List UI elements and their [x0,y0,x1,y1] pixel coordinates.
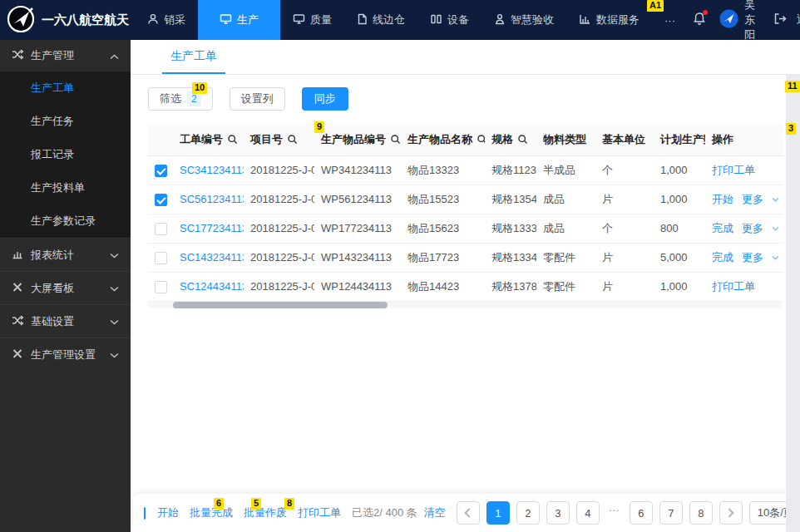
column-header: 操作 [705,124,783,155]
document-icon [357,13,368,27]
sidebar-item-production-feeding-order[interactable]: 生产投料单 [0,171,131,204]
set-columns-button[interactable]: 设置列 [230,87,285,111]
cell-spec: 规格1378 [485,272,536,301]
work-order-table-wrap: 工单编号项目号生产物品编号生产物品名称规格物料类型基本单位计划生产数量操作 SC… [148,124,783,308]
cell-planned-qty: 800 [654,214,705,243]
cell-item-no: WP341234113 [314,155,401,185]
toolbar: 筛选 2 设置列 同步 [148,87,782,111]
cell-project-no: 20181225-J-04 [244,243,314,272]
notification-bell-icon[interactable] [693,12,706,28]
order-number-link[interactable]: SC143234113 [180,251,244,264]
batch-print-link[interactable]: 打印工单 [298,505,341,520]
nav-item-smart-acceptance[interactable]: 智慧验收 [481,0,566,40]
nav-item-quality[interactable]: 质量 [280,0,344,40]
nav-item-label: 数据服务 [596,12,640,27]
table-row: SC17723411320181225-J-03WP177234113物品156… [148,214,783,243]
chevron-down-icon [110,348,119,361]
order-number-link[interactable]: SC561234113 [180,193,244,205]
search-icon[interactable] [477,134,485,145]
search-icon[interactable] [287,134,298,145]
set-columns-label: 设置列 [241,91,274,106]
user-menu[interactable]: 吴东阳 [719,0,755,42]
vertical-scrollbar[interactable] [786,75,800,532]
row-checkbox[interactable] [155,165,167,177]
sidebar-item-work-report-records[interactable]: 报工记录 [0,138,131,171]
sidebar-item-production-parameter-records[interactable]: 生产参数记录 [0,204,131,238]
horizontal-scrollbar-track[interactable] [148,302,783,308]
page-button-7[interactable]: 7 [659,501,683,525]
nav-item-line-warehouse[interactable]: 线边仓 [344,0,417,40]
page-button-6[interactable]: 6 [630,501,653,525]
batch-void-link[interactable]: 批量作废 [244,505,287,520]
row-action-link[interactable]: 更多 [742,250,763,265]
nav-item-label: 智慧验收 [511,12,554,27]
search-icon[interactable] [517,134,528,145]
annotation-badge-5: 5 [251,498,261,510]
row-action-link[interactable]: 打印工单 [712,279,755,294]
row-action-link[interactable]: 完成 [712,250,733,265]
next-page-button[interactable] [719,501,743,525]
batch-start-link[interactable]: 开始 [157,505,179,520]
select-all-checkbox[interactable] [144,507,146,520]
sidebar-item-production-work-order[interactable]: 生产工单 [0,71,131,105]
nav-item-label: 线边仓 [373,12,405,27]
row-action-link[interactable]: 更多 [742,192,763,207]
nav-item-label: 销采 [164,12,185,27]
row-action-link[interactable]: 打印工单 [712,163,755,178]
page-button-4[interactable]: 4 [576,501,600,525]
nav-item-purchase[interactable]: 销采 [135,0,198,40]
search-icon[interactable] [227,134,238,145]
chevron-down-icon [772,255,779,260]
page-button-8[interactable]: 8 [689,501,713,525]
cell-spec: 规格133344 [485,214,536,243]
sidebar-item-label: 报表统计 [31,248,74,263]
sync-button[interactable]: 同步 [302,87,348,111]
nav-item-equipment[interactable]: 设备 [417,0,481,40]
logout-button[interactable]: 退出 [773,0,800,40]
prev-page-button[interactable] [457,501,480,525]
search-icon[interactable] [390,134,401,145]
cell-item-name: 物品17723 [401,243,485,272]
horizontal-scrollbar-thumb[interactable] [173,302,388,308]
page-button-1[interactable]: 1 [486,501,510,525]
page-button-3[interactable]: 3 [546,501,570,525]
nav-item-data-service[interactable]: 数据服务 [566,0,652,40]
sidebar-item-production-management[interactable]: 生产管理 [0,40,131,71]
cell-material-type: 零配件 [536,243,595,272]
cell-item-name: 物品15523 [401,185,485,214]
tab-production-work-order[interactable]: 生产工单 [162,40,225,74]
page-button-2[interactable]: 2 [516,501,540,525]
cell-planned-qty: 1,000 [654,272,705,301]
sidebar-item-production-task[interactable]: 生产任务 [0,105,131,138]
sidebar-item-report-statistics[interactable]: 报表统计 [0,238,131,271]
order-number-link[interactable]: SC177234113 [180,222,244,234]
main-content: 生产工单 筛选 2 设置列 同步 工单编号项目号生产物品编号生产物品名称规格物料… [131,40,800,532]
logout-icon [773,12,787,27]
order-number-link[interactable]: SC124434113 [180,280,244,293]
nav-item-label: 质量 [310,12,332,27]
notification-dot [703,10,708,15]
sidebar-item-dashboard-board[interactable]: 大屏看板 [0,271,131,304]
cell-planned-qty: 5,000 [654,243,705,272]
row-action-link[interactable]: 更多 [742,221,763,236]
cell-unit: 个 [595,214,654,243]
cell-spec: 规格112334 [485,155,536,185]
sidebar-item-basic-settings[interactable]: 基础设置 [0,304,131,337]
clear-selection-link[interactable]: 清空 [424,505,446,520]
row-checkbox[interactable] [155,281,167,293]
row-action-link[interactable]: 完成 [712,221,733,236]
page-ellipsis[interactable]: ... [606,501,623,525]
row-action-link[interactable]: 开始 [712,192,733,207]
batch-complete-link[interactable]: 批量完成 [190,505,233,520]
cell-actions: 打印工单 [705,272,783,301]
cell-material-type: 零配件 [536,272,595,301]
nav-item-production[interactable]: 生产 [198,0,280,40]
sidebar-item-label: 基础设置 [31,314,74,329]
sidebar-item-production-management-settings[interactable]: 生产管理设置 [0,337,131,371]
row-checkbox[interactable] [155,223,167,235]
row-checkbox[interactable] [155,194,167,206]
order-number-link[interactable]: SC341234113 [180,164,244,176]
chevron-down-icon [772,226,779,231]
row-checkbox[interactable] [155,252,167,264]
cell-material-type: 半成品 [536,155,595,185]
